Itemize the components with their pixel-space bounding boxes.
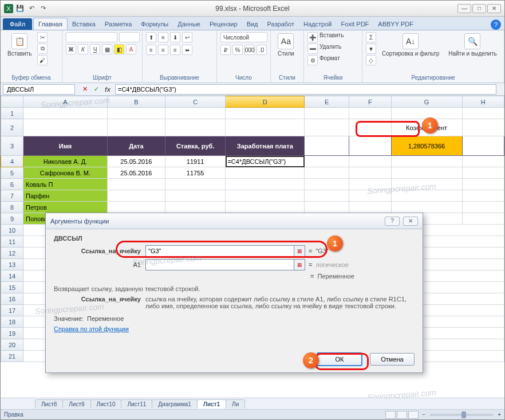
font-family[interactable] — [66, 32, 117, 42]
find-select-button[interactable]: 🔍Найти и выделить — [445, 32, 500, 58]
format-painter-icon[interactable]: 🖌 — [37, 55, 48, 65]
align-bottom-icon[interactable]: ⬇ — [170, 32, 180, 42]
formula-input[interactable]: =C4*ДВССЫЛ("G3") — [115, 84, 496, 95]
wrap-icon[interactable]: ↩ — [182, 32, 192, 42]
col-header-b[interactable]: B — [107, 96, 165, 108]
delete-cells-icon[interactable]: ➖ — [307, 44, 318, 54]
merge-icon[interactable]: ⬌ — [182, 45, 192, 55]
col-header-e[interactable]: E — [305, 96, 349, 108]
tab-data[interactable]: Данные — [173, 18, 205, 30]
align-middle-icon[interactable]: ≡ — [158, 32, 168, 42]
save-icon[interactable]: 💾 — [15, 4, 25, 13]
undo-icon[interactable]: ↶ — [27, 4, 36, 13]
col-header-c[interactable]: C — [165, 96, 226, 108]
arg1-input[interactable] — [145, 245, 294, 257]
sheet-tab[interactable]: Диаграмма1 — [152, 399, 198, 409]
cancel-formula-icon[interactable]: ✕ — [80, 84, 90, 95]
tab-review[interactable]: Рецензир — [205, 18, 242, 30]
row-header-1[interactable]: 1 — [1, 108, 23, 119]
inc-dec-icon[interactable]: .0 — [257, 45, 267, 55]
row-header-3[interactable]: 3 — [1, 136, 23, 156]
sheet-tab[interactable]: Лист11 — [121, 399, 152, 409]
format-cells-icon[interactable]: ⚙ — [307, 55, 318, 65]
sheet-tab[interactable]: Лист8 — [35, 399, 63, 409]
col-header-g[interactable]: G — [391, 96, 462, 108]
row-header-9[interactable]: 9 — [1, 213, 23, 225]
row-header-4[interactable]: 4 — [1, 156, 23, 167]
tab-developer[interactable]: Разработ — [263, 18, 299, 30]
page-layout-view-icon[interactable] — [397, 411, 407, 419]
row-header-6[interactable]: 6 — [1, 179, 23, 190]
tab-abbyy[interactable]: ABBYY PDF — [373, 18, 418, 30]
arg2-refpicker-icon[interactable]: ▦ — [294, 259, 305, 270]
align-center-icon[interactable]: ≡ — [158, 45, 168, 55]
coef-value-cell[interactable]: 1,280578366 — [391, 136, 462, 156]
ok-button[interactable]: ОК — [317, 353, 362, 366]
font-color-icon[interactable]: A — [126, 44, 136, 54]
paste-button[interactable]: 📋Вставить — [4, 32, 35, 58]
align-top-icon[interactable]: ⬆ — [146, 32, 156, 42]
confirm-formula-icon[interactable]: ✓ — [91, 84, 101, 95]
arg1-refpicker-icon[interactable]: ▦ — [294, 245, 305, 257]
fx-icon[interactable]: fx — [102, 84, 113, 95]
table-row[interactable]: Парфен — [23, 190, 108, 202]
table-row[interactable]: Петров — [23, 202, 108, 213]
copy-icon[interactable]: ⧉ — [37, 44, 48, 54]
row-header-8[interactable]: 8 — [1, 202, 23, 213]
table-row[interactable]: Сафронова В. М. — [23, 167, 108, 179]
table-row[interactable]: Коваль П — [23, 179, 108, 190]
bold-icon[interactable]: Ж — [66, 44, 76, 54]
col-header-d[interactable]: D — [226, 96, 305, 108]
font-size[interactable] — [119, 32, 140, 42]
col-header-a[interactable]: A — [23, 96, 108, 108]
align-right-icon[interactable]: ≡ — [170, 45, 180, 55]
fill-color-icon[interactable]: ◧ — [114, 44, 124, 54]
tab-view[interactable]: Вид — [242, 18, 263, 30]
zoom-slider[interactable] — [430, 414, 493, 416]
align-left-icon[interactable]: ≡ — [146, 45, 156, 55]
sheet-tab[interactable]: Ли — [226, 399, 245, 409]
comma-icon[interactable]: 000 — [244, 45, 255, 55]
tab-insert[interactable]: Вставка — [68, 18, 100, 30]
redo-icon[interactable]: ↷ — [38, 4, 48, 13]
active-cell[interactable]: =C4*ДВССЫЛ("G3") — [226, 156, 305, 167]
zoom-out-icon[interactable]: − — [422, 411, 425, 418]
file-tab[interactable]: Файл — [3, 18, 32, 30]
tab-addins[interactable]: Надстрой — [299, 18, 336, 30]
number-format-combo[interactable]: Числовой — [220, 32, 267, 42]
close-button[interactable]: ✕ — [487, 4, 501, 13]
arg2-input[interactable] — [145, 259, 294, 270]
dialog-close-button[interactable]: ✕ — [403, 217, 418, 226]
select-all-corner[interactable] — [1, 96, 23, 108]
insert-cells-icon[interactable]: ➕ — [307, 32, 318, 42]
tab-foxit[interactable]: Foxit PDF — [336, 18, 373, 30]
dialog-help-button[interactable]: ? — [385, 217, 400, 226]
row-header-5[interactable]: 5 — [1, 167, 23, 179]
name-box[interactable]: ДВССЫЛ — [3, 84, 75, 95]
border-icon[interactable]: ▦ — [102, 44, 112, 54]
zoom-in-icon[interactable]: + — [498, 411, 501, 418]
row-header-2[interactable]: 2 — [1, 119, 23, 136]
autosum-icon[interactable]: Σ — [366, 32, 376, 42]
col-header-f[interactable]: F — [349, 96, 391, 108]
italic-icon[interactable]: К — [78, 44, 88, 54]
row-header-7[interactable]: 7 — [1, 190, 23, 202]
help-icon[interactable]: ? — [491, 19, 501, 30]
tab-home[interactable]: Главная — [33, 18, 68, 30]
sort-filter-button[interactable]: A↓Сортировка и фильтр — [378, 32, 443, 58]
table-row[interactable]: Николаев А. Д. — [23, 156, 108, 167]
percent-icon[interactable]: % — [232, 45, 243, 55]
maximize-button[interactable]: □ — [472, 4, 486, 13]
currency-icon[interactable]: ₽ — [220, 45, 231, 55]
help-link[interactable]: Справка по этой функции — [54, 325, 129, 332]
styles-button[interactable]: AaСтили — [274, 32, 298, 58]
page-break-view-icon[interactable] — [408, 411, 419, 419]
clear-icon[interactable]: ◇ — [366, 55, 376, 65]
normal-view-icon[interactable] — [385, 411, 396, 419]
fill-icon[interactable]: ▼ — [366, 44, 376, 54]
tab-formulas[interactable]: Формулы — [136, 18, 173, 30]
tab-layout[interactable]: Разметка — [100, 18, 137, 30]
minimize-button[interactable]: — — [457, 4, 471, 13]
sheet-tab[interactable]: Лист10 — [90, 399, 122, 409]
sheet-tab-active[interactable]: Лист1 — [197, 399, 226, 409]
